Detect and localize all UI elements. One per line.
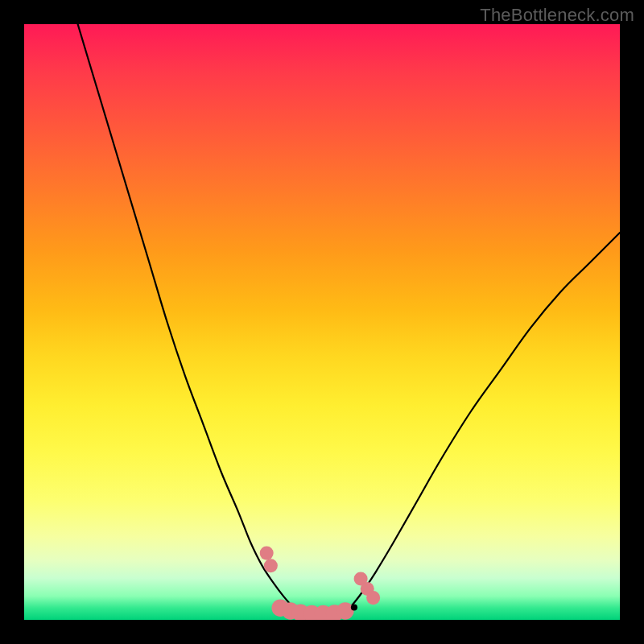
chart-frame: TheBottleneck.com [0,0,644,644]
marker-layer [260,547,380,620]
marker-bottom-flat-cluster [336,602,353,619]
chart-svg [24,24,620,620]
marker-left-cluster-upper [264,559,278,572]
curve-layer [78,24,620,612]
plot-area [24,24,620,620]
watermark-text: TheBottleneck.com [480,5,634,26]
curve-left-branch [78,24,299,612]
marker-black-dot [351,604,357,610]
curve-right-branch [346,233,620,612]
marker-right-cluster-upper [366,591,380,605]
marker-left-cluster-upper [260,547,274,560]
